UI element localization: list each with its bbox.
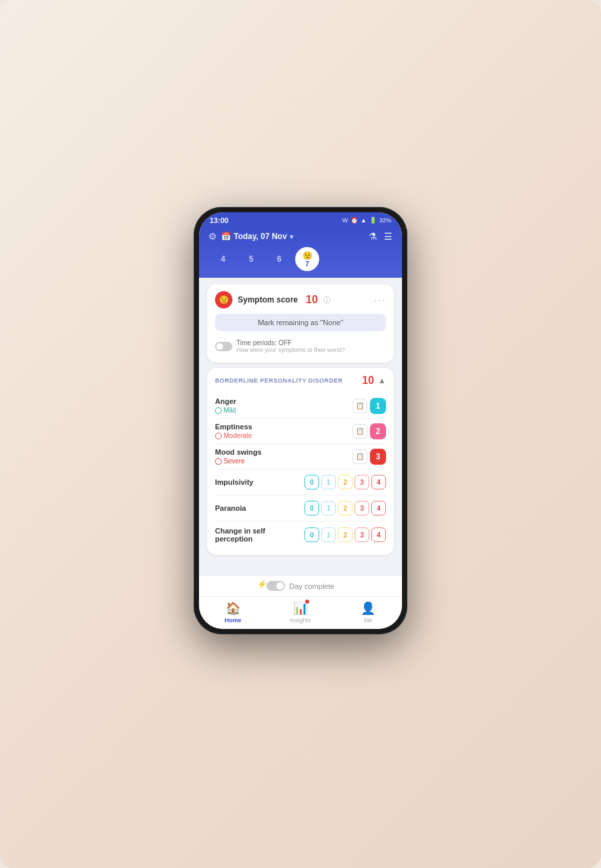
section-collapse-icon[interactable]: ▲ — [378, 376, 386, 385]
rating-btn-self-perception-1[interactable]: 1 — [321, 527, 336, 542]
note-button-anger[interactable]: 📋 — [353, 399, 367, 413]
rating-name-impulsivity: Impulsivity — [215, 478, 305, 486]
status-icons: W ⏰ ▲ 🔋 32% — [343, 217, 391, 224]
day-item-6[interactable]: 6 — [267, 247, 291, 271]
score-badge-mood-swings[interactable]: 3 — [370, 449, 386, 465]
rating-buttons-self-perception: 0 1 2 3 4 — [305, 527, 386, 542]
day-complete-bar: Day complete — [199, 575, 402, 596]
nav-label-home: Home — [224, 617, 241, 624]
time-periods-sub: How were your symptoms at their worst? — [236, 347, 345, 353]
nav-item-insights[interactable]: 📊 Insights — [266, 601, 334, 624]
day-number-6: 6 — [277, 254, 282, 264]
phone-device: 13:00 W ⏰ ▲ 🔋 32% ⚙ 📅 Today, 07 Nov — [194, 207, 407, 634]
rating-btn-self-perception-0[interactable]: 0 — [305, 527, 319, 542]
score-info-icon: ⓘ — [323, 295, 331, 305]
time-periods-text: Time periods: OFF How were your symptoms… — [236, 339, 345, 353]
rating-btn-paranoia-0[interactable]: 0 — [305, 501, 319, 515]
score-menu-dots[interactable]: ··· — [374, 294, 386, 305]
day-item-7[interactable]: 😟 7 — [295, 247, 319, 271]
rating-btn-impulsivity-0[interactable]: 0 — [305, 475, 319, 489]
menu-icon[interactable]: ☰ — [384, 231, 393, 242]
day-complete-toggle[interactable] — [266, 581, 285, 591]
symptom-info-emptiness: Emptiness Moderate — [215, 423, 353, 439]
nav-item-me[interactable]: 👤 Me — [335, 601, 402, 624]
current-date: Today, 07 Nov — [234, 232, 287, 241]
symptom-controls-emptiness: 📋 2 — [353, 423, 386, 439]
wifi-icon: W — [343, 217, 349, 224]
header-left: ⚙ 📅 Today, 07 Nov ▾ — [208, 231, 293, 242]
note-button-mood-swings[interactable]: 📋 — [353, 449, 367, 464]
rating-btn-self-perception-2[interactable]: 2 — [338, 527, 353, 542]
note-button-emptiness[interactable]: 📋 — [353, 424, 367, 439]
home-icon: 🏠 — [226, 601, 240, 616]
alarm-icon: ⏰ — [351, 217, 358, 224]
day-emoji-7: 😟 — [303, 251, 313, 260]
day-number-4: 4 — [221, 254, 226, 264]
section-score: 10 ▲ — [362, 375, 386, 387]
rating-btn-self-perception-3[interactable]: 3 — [355, 527, 369, 542]
insights-badge: 📊 — [293, 601, 308, 616]
time-periods-row: Time periods: OFF How were your symptoms… — [215, 337, 386, 356]
rating-btn-impulsivity-2[interactable]: 2 — [338, 475, 353, 489]
symptom-name-emptiness: Emptiness — [215, 423, 353, 431]
score-header: 😟 Symptom score 10 ⓘ ··· — [215, 291, 386, 308]
level-circle-mood-swings — [215, 458, 222, 465]
rating-btn-impulsivity-1[interactable]: 1 — [321, 475, 336, 489]
nav-item-home[interactable]: 🏠 Home — [199, 601, 266, 624]
phone-frame: 13:00 W ⏰ ▲ 🔋 32% ⚙ 📅 Today, 07 Nov — [194, 207, 407, 634]
rating-row-self-perception: Change in self perception 0 1 2 3 4 — [215, 521, 386, 548]
score-left: 😟 Symptom score 10 ⓘ — [215, 291, 331, 308]
level-text-anger: Mild — [224, 407, 236, 414]
day-item-5[interactable]: 5 — [239, 247, 263, 271]
rating-btn-self-perception-4[interactable]: 4 — [371, 527, 386, 542]
symptom-level-emptiness: Moderate — [215, 432, 353, 439]
symptom-row-anger: Anger Mild 📋 1 — [215, 393, 386, 419]
symptom-info-mood-swings: Mood swings Severe — [215, 448, 353, 465]
nav-label-me: Me — [364, 617, 373, 624]
rating-row-paranoia: Paranoia 0 1 2 3 4 — [215, 495, 386, 521]
rating-buttons-paranoia: 0 1 2 3 4 — [305, 501, 386, 515]
score-icon: 😟 — [215, 291, 232, 308]
calendar-icon: 📅 — [221, 232, 231, 241]
date-selector[interactable]: 📅 Today, 07 Nov ▾ — [221, 232, 293, 241]
score-label: Symptom score — [238, 295, 298, 304]
symptom-level-anger: Mild — [215, 407, 353, 414]
bottom-nav: 🏠 Home 📊 Insights 👤 Me — [199, 596, 402, 629]
symptom-row-mood-swings: Mood swings Severe 📋 3 — [215, 444, 386, 469]
section-title: BORDERLINE PERSONALITY DISORDER — [215, 377, 343, 384]
rating-btn-impulsivity-3[interactable]: 3 — [355, 475, 369, 489]
bpd-section: BORDERLINE PERSONALITY DISORDER 10 ▲ Ang… — [207, 368, 394, 555]
flask-icon[interactable]: ⚗ — [369, 231, 377, 242]
score-badge-anger[interactable]: 1 — [370, 398, 386, 414]
signal-icon: ▲ — [361, 217, 367, 224]
rating-row-impulsivity: Impulsivity 0 1 2 3 4 — [215, 469, 386, 495]
level-circle-emptiness — [215, 433, 222, 439]
day-selector: 4 5 6 😟 7 — [208, 247, 393, 271]
rating-name-self-perception: Change in self perception — [215, 527, 305, 543]
main-content: 😟 Symptom score 10 ⓘ ··· Mark remaining … — [199, 278, 402, 575]
symptom-info-anger: Anger Mild — [215, 397, 353, 414]
rating-btn-paranoia-3[interactable]: 3 — [355, 501, 369, 515]
symptom-name-mood-swings: Mood swings — [215, 448, 353, 456]
rating-btn-paranoia-4[interactable]: 4 — [371, 501, 386, 515]
profile-icon: 👤 — [361, 601, 375, 616]
header-top: ⚙ 📅 Today, 07 Nov ▾ ⚗ ☰ — [208, 231, 393, 242]
header-right: ⚗ ☰ — [369, 231, 393, 242]
day-item-4[interactable]: 4 — [211, 247, 235, 271]
rating-btn-paranoia-2[interactable]: 2 — [338, 501, 353, 515]
rating-btn-paranoia-1[interactable]: 1 — [321, 501, 336, 515]
day-complete-label: Day complete — [289, 582, 334, 590]
section-score-value: 10 — [362, 375, 374, 387]
score-card: 😟 Symptom score 10 ⓘ ··· Mark remaining … — [207, 284, 394, 363]
level-text-emptiness: Moderate — [224, 432, 252, 439]
rating-name-paranoia: Paranoia — [215, 504, 305, 512]
rating-btn-impulsivity-4[interactable]: 4 — [371, 475, 386, 489]
symptom-name-anger: Anger — [215, 397, 353, 405]
mark-remaining-button[interactable]: Mark remaining as "None" — [215, 314, 386, 331]
settings-icon[interactable]: ⚙ — [208, 231, 217, 242]
day-number-7: 7 — [305, 260, 309, 268]
phone-screen: 13:00 W ⏰ ▲ 🔋 32% ⚙ 📅 Today, 07 Nov — [199, 212, 402, 629]
time-periods-toggle[interactable] — [215, 342, 232, 351]
app-header: ⚙ 📅 Today, 07 Nov ▾ ⚗ ☰ — [199, 227, 402, 278]
score-badge-emptiness[interactable]: 2 — [370, 423, 386, 439]
